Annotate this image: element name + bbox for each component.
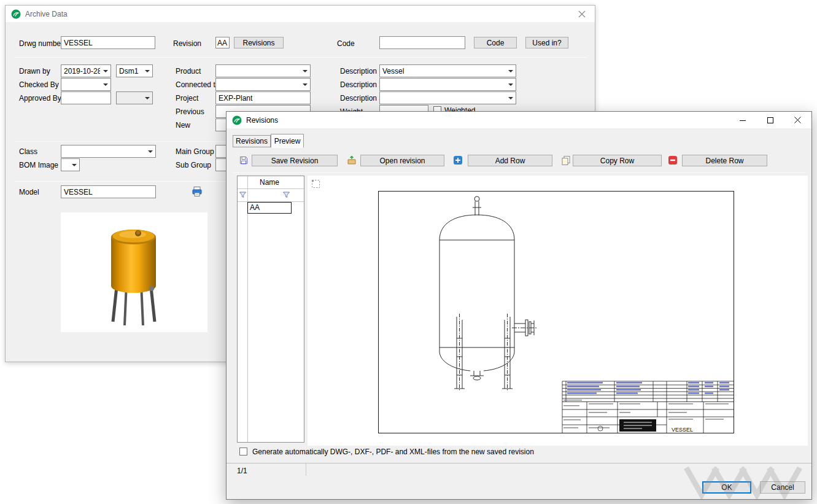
copy-row-button[interactable]: Copy Row [573,155,662,166]
drwg-number-input[interactable] [61,36,155,49]
description2-combo[interactable] [379,78,516,91]
save-revision-button[interactable]: Save Revision [252,155,338,166]
divider [306,463,306,476]
used-in-button[interactable]: Used in? [525,37,568,48]
archive-close-icon[interactable] [575,7,589,21]
minimize-icon[interactable] [729,112,756,128]
main-group-label: Main Group [176,147,214,157]
approved-by-combo[interactable] [116,91,153,104]
description3-label: Description 3 [340,94,383,103]
titleblock-drawing-name: VESSEL [672,427,693,433]
drawing-preview-pane: VESSEL [308,176,808,446]
tab-revisions[interactable]: Revisions [233,135,271,147]
description-combo[interactable]: Vessel [379,64,516,77]
class-combo[interactable] [61,145,156,158]
code-label: Code [337,39,355,48]
chevron-down-icon [303,83,308,86]
chevron-down-icon [103,70,108,72]
drawn-by-label: Drawn by [19,67,50,76]
model-label: Model [19,188,39,197]
description-label: Description [340,67,377,76]
maximize-icon[interactable] [756,112,784,128]
grid-row-divider [238,188,304,189]
generate-files-checkbox[interactable] [239,448,247,456]
chevron-down-icon [103,83,108,86]
sub-group-label: Sub Group [176,161,211,170]
description2-label: Description 2 [340,80,383,90]
revisions-window-title: Revisions [246,116,278,125]
chevron-down-icon [508,83,513,86]
delete-row-button[interactable]: Delete Row [682,155,767,166]
grid-column-divider [247,176,248,442]
connected-to-combo[interactable] [215,78,311,91]
archive-window-title: Archive Data [25,10,68,18]
vessel-3d-image [61,212,207,332]
grid-name-header[interactable]: Name [247,178,292,187]
approved-by-label: Approved By [19,94,61,103]
open-revision-button[interactable]: Open revision [360,155,444,166]
chevron-down-icon [145,97,150,99]
connected-to-label: Connected to [176,80,219,90]
cancel-button[interactable]: Cancel [760,481,805,494]
project-input[interactable] [215,91,311,104]
copy-icon[interactable] [561,155,571,165]
revisions-grid: Name AA [237,176,304,443]
bom-image-label: BOM Image [19,161,58,170]
drawing-preview: VESSEL [378,191,734,433]
divider [14,57,587,58]
add-row-button[interactable]: Add Row [468,155,552,166]
revision-label: Revision [173,39,201,48]
bom-image-combo[interactable] [61,158,80,171]
generate-files-label: Generate automatically DWG-, DXF-, PDF- … [252,448,534,457]
grid-row-name-cell[interactable]: AA [247,202,292,214]
delete-icon[interactable] [668,155,678,165]
divider [227,463,811,463]
printer-icon[interactable] [192,186,203,197]
description3-combo[interactable] [379,91,516,104]
revision-input[interactable] [215,37,230,48]
save-icon[interactable] [239,155,249,165]
drawn-by-user-value: Dsm1 [119,67,142,76]
page-status: 1/1 [237,467,247,476]
code-input[interactable] [379,36,465,49]
approved-by-input[interactable] [61,91,111,104]
drawn-by-date-value: 2019-10-28 [64,67,100,76]
checked-by-combo[interactable] [61,78,111,91]
drawn-by-date-combo[interactable]: 2019-10-28 [61,64,111,77]
drwg-number-label: Drwg number [19,39,63,48]
divider [233,173,805,173]
revisions-button[interactable]: Revisions [234,37,284,48]
archive-titlebar: Archive Data [6,6,595,22]
filter-icon[interactable] [282,191,290,199]
class-label: Class [19,147,37,157]
checked-by-label: Checked By [19,80,59,90]
drawn-by-user-combo[interactable]: Dsm1 [116,64,153,77]
chevron-down-icon [508,70,513,72]
grid-row-name-value: AA [250,203,260,212]
model-input[interactable] [61,185,156,198]
chevron-down-icon [145,70,150,72]
selection-icon[interactable] [311,179,320,188]
new-label: New [176,121,190,130]
previous-label: Previous [176,107,204,117]
close-icon[interactable] [784,112,811,128]
product-combo[interactable] [215,64,311,77]
chevron-down-icon [72,164,77,166]
code-button[interactable]: Code [474,37,517,48]
chevron-down-icon [508,97,513,99]
add-icon[interactable] [453,155,463,165]
chevron-down-icon [303,70,308,72]
revisions-window: Revisions Revisions Preview Save Revisio… [226,111,812,500]
ok-button[interactable]: OK [702,481,751,494]
filter-icon[interactable] [239,191,247,199]
project-label: Project [176,94,198,103]
app-icon [11,9,21,19]
description-value: Vessel [382,67,505,76]
chevron-down-icon [148,150,153,153]
app-icon [232,115,242,125]
product-label: Product [176,67,201,76]
revisions-titlebar: Revisions [227,112,811,128]
open-revision-icon[interactable] [347,155,357,165]
tab-preview[interactable]: Preview [271,134,304,148]
